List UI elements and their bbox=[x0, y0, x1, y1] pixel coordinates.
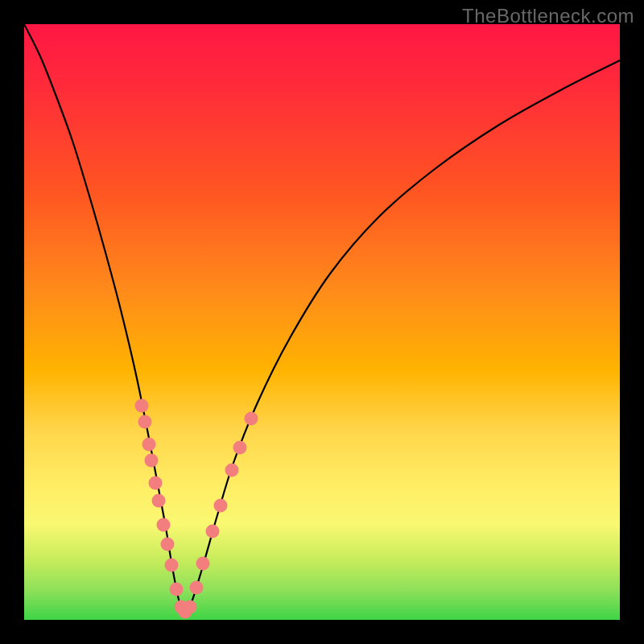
plot-area bbox=[24, 24, 620, 620]
marker-dot bbox=[135, 399, 149, 413]
marker-dot bbox=[157, 518, 171, 532]
marker-dot bbox=[233, 441, 247, 455]
marker-dot bbox=[184, 601, 197, 614]
chart-frame: TheBottleneck.com bbox=[0, 0, 644, 644]
marker-dot bbox=[142, 438, 156, 452]
curve-path-group bbox=[24, 24, 620, 613]
marker-dot bbox=[161, 538, 175, 551]
marker-dot bbox=[245, 412, 258, 426]
marker-dot bbox=[152, 494, 166, 508]
marker-dot bbox=[145, 454, 159, 468]
marker-dot bbox=[225, 464, 239, 477]
marker-dot bbox=[190, 581, 204, 595]
marker-dot bbox=[149, 477, 163, 490]
curve-svg bbox=[24, 24, 620, 620]
marker-dot bbox=[214, 499, 228, 513]
marker-dot bbox=[138, 415, 152, 429]
marker-dot bbox=[196, 557, 210, 571]
marker-dot bbox=[206, 525, 220, 539]
bottleneck-curve bbox=[24, 24, 620, 613]
marker-dots bbox=[135, 399, 258, 619]
watermark-link[interactable]: TheBottleneck.com bbox=[462, 5, 634, 27]
marker-dot bbox=[170, 583, 184, 597]
marker-dot bbox=[165, 559, 179, 572]
